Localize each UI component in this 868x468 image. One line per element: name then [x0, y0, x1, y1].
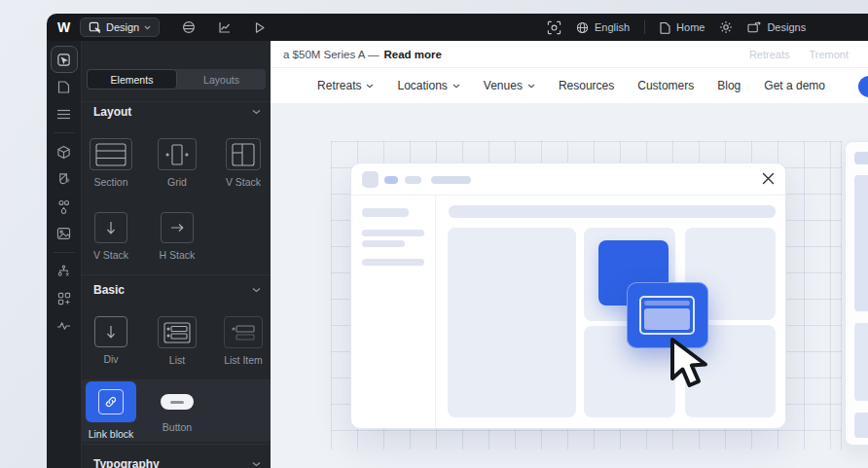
skeleton-bar — [362, 230, 424, 236]
view-label: Designs — [767, 21, 806, 33]
gear-icon[interactable] — [719, 20, 733, 34]
element-tile-grid[interactable]: Grid — [148, 138, 206, 188]
modal-header — [351, 163, 785, 196]
element-tile-link-block[interactable]: Link block — [82, 381, 140, 440]
link-icon — [98, 389, 124, 414]
page-icon — [660, 21, 670, 34]
modal-mockup — [350, 162, 786, 429]
skeleton-bar — [362, 240, 405, 247]
topbar-divider — [644, 20, 645, 34]
rail-divider — [54, 132, 75, 133]
nav-item-blog[interactable]: Blog — [717, 79, 741, 92]
adjacent-frame-partial — [845, 141, 868, 446]
skeleton-toolbar — [449, 205, 776, 218]
mouse-cursor-icon — [668, 337, 714, 389]
pages-icon[interactable] — [51, 73, 78, 100]
banner-faint-link[interactable]: Tremont — [809, 49, 849, 60]
page-label: Home — [676, 21, 705, 33]
page-selector[interactable]: Home — [660, 21, 705, 34]
chevron-icon — [252, 461, 261, 467]
header-chip — [362, 171, 379, 188]
design-mode-label: Design — [106, 21, 139, 33]
tab-elements[interactable]: Elements — [87, 69, 177, 90]
chevron-down-icon — [527, 84, 535, 89]
header-pill — [405, 176, 421, 184]
skeleton-bar — [854, 152, 868, 164]
components-icon[interactable] — [51, 138, 78, 165]
chevron-down-icon — [452, 84, 460, 89]
close-icon[interactable] — [762, 172, 775, 185]
design-canvas: a $50M Series A — Read more Retreats Tre… — [271, 41, 868, 468]
section-header-layout[interactable]: Layout — [93, 105, 261, 119]
language-label: English — [595, 21, 630, 33]
monitor-icon — [747, 21, 761, 34]
skeleton-bar — [854, 323, 868, 401]
banner-faint-link[interactable]: Retreats — [749, 49, 790, 60]
element-tile-section[interactable]: Section — [82, 138, 140, 188]
skeleton-bar — [854, 413, 868, 438]
left-toolbar — [47, 41, 82, 468]
header-pill-blue — [384, 176, 398, 184]
app-topbar: W Design English — [47, 14, 868, 41]
webflow-logo[interactable]: W — [47, 19, 80, 35]
chevron-icon — [252, 109, 261, 115]
assets-icon[interactable] — [51, 220, 78, 247]
elements-panel: Elements Layouts Layout Section Grid V S… — [82, 41, 271, 468]
section-header-basic[interactable]: Basic — [93, 283, 261, 297]
link-block-selected-tile[interactable] — [86, 381, 136, 422]
database-icon[interactable] — [182, 20, 196, 34]
header-pill — [431, 176, 471, 184]
nav-item-get-a-demo[interactable]: Get a demo — [764, 79, 825, 92]
tab-layouts[interactable]: Layouts — [177, 69, 266, 90]
element-tile-button[interactable]: Button — [148, 381, 206, 433]
view-selector[interactable]: Designs — [747, 21, 806, 34]
element-tile-div[interactable]: Div — [82, 316, 140, 365]
nav-item-retreats[interactable]: Retreats — [317, 79, 374, 92]
element-tile-hstack[interactable]: H Stack — [148, 212, 206, 261]
banner-text: a $50M Series A — — [283, 49, 379, 60]
element-tile-list-item[interactable]: List Item — [214, 316, 272, 366]
add-elements-icon[interactable] — [51, 46, 78, 73]
play-icon[interactable] — [254, 21, 266, 34]
apps-icon[interactable] — [51, 285, 78, 312]
nav-item-locations[interactable]: Locations — [397, 79, 459, 92]
focus-icon[interactable] — [547, 20, 561, 35]
navigator-icon[interactable] — [51, 100, 78, 127]
chevron-icon — [252, 287, 261, 293]
cta-button-partial[interactable] — [858, 76, 868, 97]
skeleton-bar — [854, 175, 868, 311]
audit-icon[interactable] — [51, 312, 78, 340]
panel-divider — [82, 444, 271, 445]
design-mode-dropdown[interactable]: Design — [80, 18, 160, 37]
skeleton-bar — [362, 208, 409, 217]
dragged-element-preview — [639, 296, 695, 335]
panel-divider — [82, 101, 271, 102]
element-tile-quick-stack[interactable]: V Stack — [214, 138, 272, 188]
variables-icon[interactable] — [51, 193, 78, 220]
nav-item-venues[interactable]: Venues — [484, 79, 535, 92]
globe-icon — [576, 21, 589, 34]
element-tile-vstack[interactable]: V Stack — [82, 212, 140, 261]
modal-sidebar — [351, 196, 436, 428]
chevron-down-icon — [366, 84, 374, 89]
skeleton-bar — [362, 259, 424, 266]
chart-icon[interactable] — [218, 20, 232, 34]
button-shape-icon — [161, 394, 194, 410]
interactions-icon[interactable] — [51, 258, 78, 285]
section-header-typography[interactable]: Typography — [93, 457, 261, 468]
styles-icon[interactable] — [51, 165, 78, 193]
chevron-down-icon — [144, 25, 151, 30]
site-banner: a $50M Series A — Read more Retreats Tre… — [271, 41, 868, 68]
design-cursor-icon — [89, 21, 101, 34]
language-selector[interactable]: English — [576, 21, 630, 34]
panel-divider — [82, 274, 271, 275]
nav-item-resources[interactable]: Resources — [559, 79, 614, 92]
banner-read-more-link[interactable]: Read more — [383, 49, 441, 60]
site-navbar: Retreats Locations Venues Resources Cust… — [271, 68, 868, 104]
placeholder-block-large — [448, 228, 576, 417]
element-tile-list[interactable]: List — [148, 316, 206, 366]
panel-tabs: Elements Layouts — [87, 69, 266, 90]
nav-item-customers[interactable]: Customers — [637, 79, 694, 92]
rail-divider — [54, 252, 75, 253]
